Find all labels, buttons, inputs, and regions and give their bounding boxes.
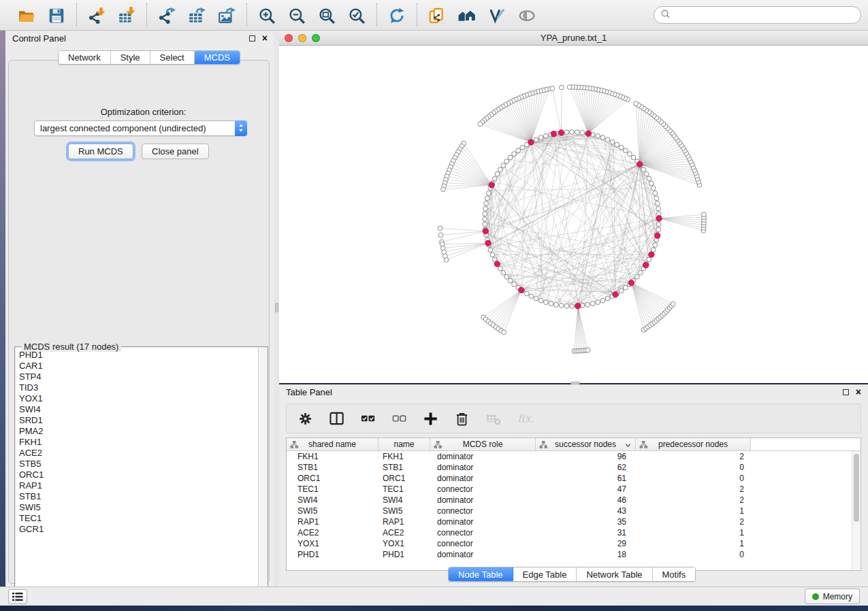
- table-cell[interactable]: 35: [536, 517, 636, 527]
- table-cell[interactable]: FKH1: [287, 452, 379, 461]
- table-cell[interactable]: 62: [536, 463, 636, 472]
- table-cell[interactable]: PHD1: [287, 550, 379, 559]
- mcds-result-item[interactable]: SWI4: [19, 404, 258, 415]
- mcds-result-item[interactable]: ACE2: [19, 448, 258, 459]
- open-icon[interactable]: [16, 5, 37, 25]
- zoom-in-icon[interactable]: [257, 5, 277, 25]
- table-row[interactable]: ACE2ACE2connector311: [287, 527, 861, 538]
- mcds-result-item[interactable]: ORC1: [19, 469, 258, 480]
- float-panel-icon[interactable]: [249, 35, 255, 42]
- table-row[interactable]: SWI5SWI5connector431: [287, 506, 861, 516]
- table-cell[interactable]: connector: [430, 539, 536, 548]
- table-cell[interactable]: YOX1: [379, 539, 430, 548]
- table-cell[interactable]: SWI5: [379, 506, 430, 516]
- table-row[interactable]: TEC1TEC1connector472: [287, 484, 861, 495]
- tab-style[interactable]: Style: [111, 51, 150, 64]
- table-cell[interactable]: 0: [636, 474, 751, 483]
- refresh-icon[interactable]: [387, 5, 407, 25]
- settings-icon[interactable]: [298, 410, 314, 427]
- column-header-successor-nodes[interactable]: successor nodes: [536, 438, 636, 450]
- table-row[interactable]: FKH1FKH1dominator962: [287, 451, 861, 462]
- table-cell[interactable]: 96: [536, 452, 636, 461]
- table-cell[interactable]: 2: [636, 452, 751, 461]
- table-cell[interactable]: ORC1: [287, 474, 379, 483]
- table-cell[interactable]: TEC1: [379, 484, 430, 494]
- table-row[interactable]: YOX1YOX1connector291: [287, 538, 861, 549]
- save-icon[interactable]: [46, 5, 67, 25]
- mcds-result-item[interactable]: GCR1: [19, 524, 258, 535]
- column-header-shared-name[interactable]: shared name: [287, 438, 379, 450]
- column-header-name[interactable]: name: [379, 438, 430, 450]
- zoom-out-icon[interactable]: [287, 5, 307, 25]
- table-cell[interactable]: 2: [636, 484, 751, 494]
- table-cell[interactable]: 1: [636, 506, 751, 516]
- mcds-result-item[interactable]: SWI5: [19, 502, 258, 513]
- delete-columns-icon[interactable]: [454, 410, 470, 427]
- mcds-result-item[interactable]: STB1: [19, 491, 258, 502]
- table-cell[interactable]: dominator: [430, 550, 536, 559]
- table-cell[interactable]: 43: [536, 506, 636, 516]
- table-cell[interactable]: 1: [636, 539, 751, 548]
- tab-edge-table[interactable]: Edge Table: [513, 567, 577, 581]
- select-all-icon[interactable]: [360, 410, 376, 427]
- column-header-predecessor-nodes[interactable]: predecessor nodes: [636, 438, 751, 450]
- tab-select[interactable]: Select: [150, 51, 195, 64]
- mcds-result-item[interactable]: STB5: [19, 459, 258, 469]
- deselect-all-icon[interactable]: [391, 410, 408, 427]
- table-scrollbar[interactable]: [852, 451, 860, 569]
- mcds-result-item[interactable]: SRD1: [19, 415, 258, 426]
- table-cell[interactable]: SWI5: [287, 506, 379, 516]
- table-cell[interactable]: 2: [636, 495, 751, 505]
- table-cell[interactable]: STB1: [287, 463, 379, 472]
- network-window-titlebar[interactable]: YPA_prune.txt_1: [279, 31, 868, 46]
- mcds-result-item[interactable]: YOX1: [19, 393, 258, 404]
- table-row[interactable]: RAP1RAP1dominator352: [287, 516, 861, 527]
- sort-chevron-icon[interactable]: [625, 441, 631, 450]
- export-image-icon[interactable]: [216, 5, 237, 25]
- float-table-panel-icon[interactable]: [843, 389, 849, 395]
- table-cell[interactable]: RAP1: [287, 517, 379, 527]
- table-row[interactable]: ORC1ORC1dominator610: [287, 473, 861, 484]
- table-cell[interactable]: FKH1: [379, 452, 430, 461]
- mcds-result-item[interactable]: TID3: [19, 382, 258, 393]
- table-cell[interactable]: dominator: [430, 474, 536, 483]
- table-cell[interactable]: dominator: [430, 463, 536, 472]
- eye-icon[interactable]: [517, 5, 537, 25]
- table-cell[interactable]: 46: [536, 495, 636, 505]
- table-cell[interactable]: PHD1: [379, 550, 430, 559]
- search-box[interactable]: [654, 6, 861, 24]
- houses-icon[interactable]: [457, 5, 477, 25]
- table-cell[interactable]: YOX1: [287, 539, 379, 548]
- table-cell[interactable]: RAP1: [379, 517, 430, 527]
- memory-button[interactable]: Memory: [805, 589, 860, 604]
- network-canvas[interactable]: [279, 46, 868, 382]
- mcds-result-item[interactable]: STP4: [19, 371, 258, 382]
- table-cell[interactable]: dominator: [430, 517, 536, 527]
- tab-mcds[interactable]: MCDS: [195, 51, 240, 64]
- table-cell[interactable]: connector: [430, 506, 536, 516]
- zoom-fit-icon[interactable]: [317, 5, 337, 25]
- export-table-icon[interactable]: [187, 5, 207, 25]
- zoom-selected-icon[interactable]: [347, 5, 367, 25]
- table-cell[interactable]: 18: [536, 550, 636, 559]
- run-mcds-button[interactable]: Run MCDS: [68, 144, 133, 159]
- table-scrollbar-thumb[interactable]: [854, 454, 859, 522]
- mcds-result-item[interactable]: FKH1: [19, 437, 258, 448]
- table-cell[interactable]: dominator: [430, 452, 536, 461]
- table-cell[interactable]: 61: [536, 474, 636, 483]
- export-network-icon[interactable]: [157, 5, 177, 25]
- table-row[interactable]: SWI4SWI4dominator462: [287, 495, 861, 506]
- table-cell[interactable]: SWI4: [379, 495, 430, 505]
- table-cell[interactable]: 2: [636, 517, 751, 527]
- clone-network-icon[interactable]: [427, 5, 447, 25]
- table-cell[interactable]: SWI4: [287, 495, 379, 505]
- close-panel-button[interactable]: Close panel: [142, 144, 209, 159]
- table-row[interactable]: PHD1PHD1dominator180: [287, 549, 861, 560]
- mcds-list-scrollbar[interactable]: [259, 348, 267, 598]
- column-header-MCDS-role[interactable]: MCDS role: [430, 438, 536, 450]
- mcds-result-item[interactable]: RAP1: [19, 480, 258, 491]
- vizmapper-icon[interactable]: [487, 5, 507, 25]
- table-cell[interactable]: 47: [536, 484, 636, 494]
- table-cell[interactable]: ACE2: [379, 528, 430, 538]
- table-cell[interactable]: STB1: [379, 463, 430, 472]
